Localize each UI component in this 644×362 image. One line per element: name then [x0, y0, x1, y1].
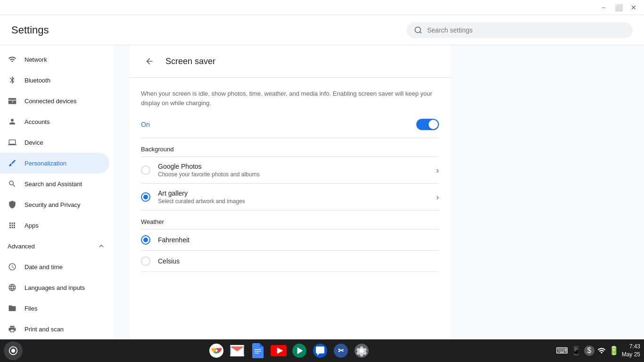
sidebar-item-apps[interactable]: Apps [0, 215, 109, 236]
art-gallery-option[interactable]: Art gallery Select curated artwork and i… [130, 184, 450, 210]
sidebar-item-personalization-label: Personalization [25, 160, 66, 167]
sidebar-item-personalization[interactable]: Personalization [0, 153, 109, 173]
svg-rect-10 [255, 351, 261, 352]
youtube-app-icon[interactable] [269, 341, 288, 360]
apps-icon [8, 221, 17, 230]
taskbar-right: ⌨ 📱 $ 🔋 7:43 May 25 [556, 343, 640, 359]
sidebar-item-files[interactable]: Files [0, 298, 109, 319]
fahrenheit-option[interactable]: Fahrenheit [130, 230, 450, 250]
divider-7 [141, 272, 439, 272]
sidebar-item-apps-label: Apps [25, 222, 39, 229]
battery-icon: 🔋 [609, 346, 619, 356]
google-photos-radio[interactable] [141, 165, 150, 175]
weather-section-title: Weather [130, 211, 450, 229]
close-button[interactable]: ✕ [627, 1, 640, 14]
on-label: On [141, 121, 150, 128]
sidebar-item-search-assistant[interactable]: Search and Assistant [0, 173, 109, 194]
chevron-up-icon [97, 242, 106, 250]
toggle-knob [429, 120, 438, 129]
sidebar-item-search-label: Search and Assistant [25, 181, 82, 188]
window-controls: − ⬜ ✕ [597, 1, 640, 14]
sidebar-item-accounts[interactable]: Accounts [0, 111, 109, 132]
search-input[interactable] [427, 26, 625, 34]
dollar-icon: $ [584, 346, 594, 356]
screen-saver-description: When your screen is idle, show photos, t… [130, 78, 450, 115]
sidebar: Network Bluetooth Connected devices [0, 45, 113, 339]
play-app-icon[interactable] [290, 341, 309, 360]
sidebar-item-network[interactable]: Network [0, 49, 109, 70]
sidebar-item-connected-devices-label: Connected devices [25, 98, 77, 105]
sidebar-item-print-scan[interactable]: Print and scan [0, 319, 109, 339]
page-title: Screen saver [165, 57, 215, 66]
fahrenheit-content: Fahrenheit [158, 236, 439, 244]
docs-app-icon[interactable] [248, 341, 267, 360]
folder-icon [8, 304, 17, 313]
header: Settings [0, 15, 644, 45]
back-button[interactable] [141, 53, 158, 70]
svg-point-3 [11, 349, 15, 353]
main-layout: Network Bluetooth Connected devices [0, 45, 644, 339]
phone-icon: 📱 [571, 346, 581, 356]
google-photos-content: Google Photos Choose your favorite photo… [158, 163, 429, 178]
search-bar[interactable] [406, 22, 633, 38]
sidebar-item-bluetooth[interactable]: Bluetooth [0, 70, 109, 90]
date-time-display[interactable]: 7:43 May 25 [622, 343, 640, 359]
google-photos-title: Google Photos [158, 163, 429, 170]
wifi-icon [8, 55, 17, 64]
title-bar: − ⬜ ✕ [0, 0, 644, 15]
devices-icon [8, 96, 17, 106]
svg-rect-11 [255, 353, 259, 354]
sidebar-item-print-scan-label: Print and scan [25, 326, 64, 333]
sidebar-item-date-time[interactable]: Date and time [0, 256, 109, 277]
background-section-title: Background [130, 138, 450, 156]
advanced-label: Advanced [8, 243, 35, 250]
advanced-section-header[interactable]: Advanced [0, 236, 113, 256]
google-photos-subtitle: Choose your favorite photos and albums [158, 171, 429, 178]
clipchamp-app-icon[interactable]: ✂ [331, 341, 350, 360]
sidebar-item-security[interactable]: Security and Privacy [0, 194, 109, 215]
svg-text:✂: ✂ [338, 346, 344, 354]
gmail-app-icon[interactable] [228, 341, 247, 360]
art-gallery-chevron: › [436, 192, 439, 202]
chrome-app-icon[interactable] [207, 341, 226, 360]
toggle-row: On [130, 115, 450, 138]
art-gallery-radio-inner [143, 195, 148, 199]
sidebar-item-device-label: Device [25, 139, 43, 146]
celsius-option[interactable]: Celsius [130, 251, 450, 272]
minimize-button[interactable]: − [597, 1, 610, 14]
content-area: Screen saver When your screen is idle, s… [113, 45, 467, 339]
sidebar-item-accounts-label: Accounts [25, 118, 50, 125]
back-arrow-icon [145, 57, 154, 66]
fahrenheit-radio-inner [143, 238, 148, 242]
launcher-button[interactable] [4, 341, 23, 360]
maximize-button[interactable]: ⬜ [612, 1, 625, 14]
search-nav-icon [8, 179, 17, 189]
sidebar-item-languages[interactable]: Languages and inputs [0, 277, 109, 298]
art-gallery-title: Art gallery [158, 189, 429, 197]
sidebar-item-device[interactable]: Device [0, 132, 109, 153]
wifi-status-icon [597, 346, 606, 355]
screen-saver-toggle[interactable] [416, 119, 439, 130]
content-inner: Screen saver When your screen is idle, s… [130, 45, 450, 339]
google-photos-chevron: › [436, 165, 439, 175]
taskbar: ✂ ⌨ 📱 $ 🔋 7:43 May 25 [0, 339, 644, 362]
fahrenheit-radio[interactable] [141, 235, 150, 245]
sidebar-item-bluetooth-label: Bluetooth [25, 77, 50, 84]
print-icon [8, 324, 17, 334]
google-photos-option[interactable]: Google Photos Choose your favorite photo… [130, 157, 450, 183]
art-gallery-subtitle: Select curated artwork and images [158, 198, 429, 205]
brush-icon [8, 158, 17, 168]
sidebar-item-security-label: Security and Privacy [25, 201, 81, 208]
sidebar-item-date-time-label: Date and time [25, 263, 63, 271]
sidebar-item-languages-label: Languages and inputs [25, 284, 85, 291]
svg-point-0 [415, 27, 421, 33]
bluetooth-icon [8, 75, 17, 85]
celsius-radio[interactable] [141, 256, 150, 266]
settings-app-icon[interactable] [352, 341, 371, 360]
keyboard-icon: ⌨ [556, 346, 568, 356]
svg-line-1 [420, 32, 421, 33]
messages-app-icon[interactable] [311, 341, 330, 360]
fahrenheit-label: Fahrenheit [158, 236, 439, 244]
art-gallery-radio[interactable] [141, 192, 150, 202]
sidebar-item-connected-devices[interactable]: Connected devices [0, 90, 109, 111]
